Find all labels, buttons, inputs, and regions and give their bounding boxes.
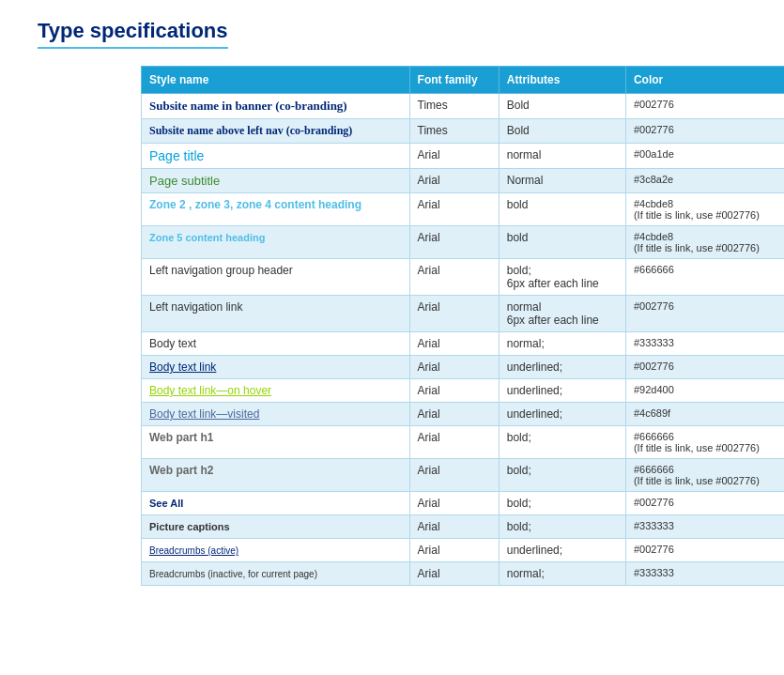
style-name-text: Web part h2	[149, 464, 213, 477]
cell-attributes: Bold	[499, 119, 625, 144]
cell-font-family: Times	[409, 94, 499, 119]
cell-style-name: See All	[142, 492, 410, 515]
cell-attributes: underlined;	[499, 356, 625, 379]
cell-color: #00a1de	[625, 144, 784, 169]
style-name-text: Left navigation link	[149, 300, 242, 314]
cell-style-name: Subsite name above left nav (co-branding…	[142, 119, 410, 144]
cell-font-family: Arial	[409, 379, 499, 403]
cell-font-family: Arial	[409, 259, 499, 296]
style-name-text: Body text link—on hover	[149, 384, 271, 397]
table-row: Left navigation linkArialnormal 6px afte…	[142, 296, 785, 332]
table-row: Breadcrumbs (inactive, for current page)…	[142, 562, 785, 586]
table-row: Body text linkArialunderlined;#00277612p…	[142, 356, 785, 379]
cell-style-name: Body text link—on hover	[142, 379, 410, 403]
cell-font-family: Arial	[409, 193, 499, 226]
cell-attributes: bold; 6px after each line	[499, 259, 625, 296]
cell-style-name: Web part h2	[142, 459, 410, 492]
cell-color: #666666 (If title is link, use #002776)	[625, 459, 784, 492]
cell-color: #333333	[625, 332, 784, 356]
cell-attributes: underlined;	[499, 379, 625, 403]
table-row: Subsite name above left nav (co-branding…	[142, 119, 785, 144]
table-row: Web part h1Arialbold;#666666 (If title i…	[142, 426, 785, 459]
table-row: See AllArialbold;#00277611px	[142, 492, 785, 515]
style-name-text: See All	[149, 498, 183, 509]
style-name-text: Page subtitle	[149, 174, 220, 188]
cell-style-name: Zone 2 , zone 3, zone 4 content heading	[142, 193, 410, 226]
style-name-text: Body text	[149, 337, 196, 350]
style-name-text: Left navigation group header	[149, 264, 293, 277]
cell-attributes: underlined;	[499, 403, 625, 426]
cell-font-family: Arial	[409, 426, 499, 459]
style-name-text: Body text link—visited	[149, 407, 259, 421]
style-name-text: Page title	[149, 148, 204, 163]
cell-attributes: bold;	[499, 515, 625, 539]
cell-font-family: Arial	[409, 539, 499, 562]
cell-style-name: Breadcrumbs (active)	[142, 539, 410, 562]
table-row: Picture captionsArialbold;#33333311px	[142, 515, 785, 539]
cell-style-name: Breadcrumbs (inactive, for current page)	[142, 562, 410, 586]
cell-color: #333333	[625, 515, 784, 539]
cell-color: #002776	[625, 119, 784, 144]
table-row: Subsite name in banner (co-branding)Time…	[142, 94, 785, 119]
cell-style-name: Left navigation group header	[142, 259, 410, 296]
cell-font-family: Arial	[409, 515, 499, 539]
cell-color: #4c689f	[625, 403, 784, 426]
cell-attributes: bold;	[499, 459, 625, 492]
cell-style-name: Left navigation link	[142, 296, 410, 332]
cell-font-family: Arial	[409, 403, 499, 426]
cell-font-family: Arial	[409, 332, 499, 356]
table-row: Page subtitleArialNormal#3c8a2e14px	[142, 169, 785, 193]
cell-font-family: Arial	[409, 169, 499, 193]
cell-attributes: normal	[499, 144, 625, 169]
style-name-text: Zone 5 content heading	[149, 232, 265, 243]
table-row: Body text link—visitedArialunderlined;#4…	[142, 403, 785, 426]
cell-attributes: Bold	[499, 94, 625, 119]
table-row: Breadcrumbs (active)Arialunderlined;#002…	[142, 539, 785, 562]
style-name-text: Subsite name above left nav (co-branding…	[149, 124, 352, 137]
cell-attributes: normal;	[499, 562, 625, 586]
cell-style-name: Subsite name in banner (co-branding)	[142, 94, 410, 119]
style-name-text: Zone 2 , zone 3, zone 4 content heading	[149, 198, 361, 211]
style-name-text: Body text link	[149, 361, 216, 374]
col-header-color: Color	[625, 67, 784, 94]
cell-font-family: Arial	[409, 459, 499, 492]
cell-color: #002776	[625, 296, 784, 332]
cell-font-family: Arial	[409, 296, 499, 332]
table-row: Web part h2Arialbold;#666666 (If title i…	[142, 459, 785, 492]
cell-color: #333333	[625, 562, 784, 586]
cell-style-name: Body text link	[142, 356, 410, 379]
cell-style-name: Picture captions	[142, 515, 410, 539]
style-name-text: Breadcrumbs (inactive, for current page)	[149, 569, 317, 579]
table-row: Body textArialnormal;#33333312px	[142, 332, 785, 356]
cell-attributes: bold;	[499, 492, 625, 515]
style-name-text: Breadcrumbs (active)	[149, 545, 238, 556]
cell-style-name: Body text	[142, 332, 410, 356]
cell-font-family: Arial	[409, 226, 499, 259]
cell-font-family: Arial	[409, 492, 499, 515]
cell-attributes: bold	[499, 226, 625, 259]
cell-attributes: underlined;	[499, 539, 625, 562]
cell-color: #666666	[625, 259, 784, 296]
cell-color: #666666 (If title is link, use #002776)	[625, 426, 784, 459]
cell-color: #3c8a2e	[625, 169, 784, 193]
cell-style-name: Page title	[142, 144, 410, 169]
type-specifications-table: Style name Font family Attributes Color …	[141, 66, 784, 586]
style-name-text: Subsite name in banner (co-branding)	[149, 99, 347, 113]
cell-attributes: bold	[499, 193, 625, 226]
table-row: Page titleArialnormal#00a1de16px	[142, 144, 785, 169]
cell-color: #4cbde8 (If title is link, use #002776)	[625, 193, 784, 226]
cell-style-name: Page subtitle	[142, 169, 410, 193]
cell-attributes: bold;	[499, 426, 625, 459]
cell-color: #002776	[625, 492, 784, 515]
style-name-text: Web part h1	[149, 431, 213, 444]
table-row: Left navigation group headerArialbold; 6…	[142, 259, 785, 296]
col-header-attributes: Attributes	[499, 67, 625, 94]
cell-color: #92d400	[625, 379, 784, 403]
cell-style-name: Web part h1	[142, 426, 410, 459]
cell-attributes: Normal	[499, 169, 625, 193]
col-header-font: Font family	[409, 67, 499, 94]
cell-color: #002776	[625, 356, 784, 379]
cell-color: #002776	[625, 94, 784, 119]
cell-font-family: Arial	[409, 356, 499, 379]
cell-font-family: Times	[409, 119, 499, 144]
